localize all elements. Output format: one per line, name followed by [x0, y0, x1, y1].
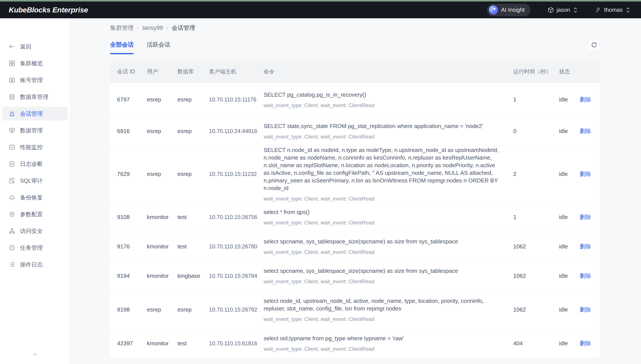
- sidebar-item-cluster-overview[interactable]: 集群概览: [2, 56, 68, 70]
- delete-link[interactable]: 删除: [580, 243, 591, 250]
- cell-client-host: 10.70.110.15:26784: [204, 261, 258, 290]
- gear-icon: [9, 211, 15, 218]
- header-runtime-seconds: 运行时间（秒）: [508, 60, 554, 83]
- breadcrumb-separator: ›: [137, 25, 139, 31]
- tab-all-sessions[interactable]: 全部会话: [110, 41, 134, 54]
- breadcrumb-cluster-name[interactable]: tansy99: [142, 24, 163, 31]
- sidebar-item-label: 操作日志: [20, 261, 43, 268]
- cell-actions: 删除: [574, 291, 599, 328]
- header-session-id: 会话 ID: [110, 60, 142, 83]
- cell-state: idle: [554, 261, 574, 290]
- backup-cloud-icon: [9, 194, 15, 201]
- sidebar-item-oplog-list[interactable]: 操作日志: [2, 258, 68, 272]
- delete-link[interactable]: 删除: [580, 306, 591, 314]
- cell-user: kmonitor: [142, 232, 172, 261]
- cell-actions: 删除: [574, 116, 599, 146]
- cell-user: kmonitor: [142, 329, 172, 358]
- delete-link[interactable]: 删除: [580, 213, 591, 221]
- sidebar-item-label: 访问安全: [20, 227, 43, 235]
- cell-user: esrep: [142, 291, 172, 328]
- log-doc-icon: [9, 161, 15, 167]
- cell-runtime-seconds: 1062: [508, 232, 554, 261]
- sidebar-item-log-doc[interactable]: 日志诊断: [2, 157, 68, 171]
- table-row: 7629esrepesrep10.70.110.15:11232SELECT n…: [110, 146, 599, 202]
- delete-link[interactable]: 删除: [580, 272, 591, 280]
- sidebar-item-account[interactable]: 账号管理: [2, 73, 68, 87]
- cell-actions: 删除: [574, 329, 599, 358]
- delete-link[interactable]: 删除: [580, 127, 591, 135]
- table-row: 6916esrepesrep10.70.110.24:44916SELECT s…: [110, 116, 599, 146]
- command-sql-text: select spcname, sys_tablespace_size(spcn…: [264, 267, 458, 275]
- ai-insight-button[interactable]: ✦✦ AI Insight: [487, 4, 530, 16]
- database-icon: [9, 94, 15, 100]
- sidebar-item-sql-audit[interactable]: SQL审计: [2, 174, 68, 188]
- command-wait-event-text: wait_event_type: Client, wait_event: Cli…: [264, 249, 374, 255]
- refresh-button[interactable]: [589, 40, 599, 51]
- delete-link[interactable]: 删除: [580, 96, 591, 104]
- cell-command: select node_id, upstream_node_id, active…: [258, 291, 508, 328]
- cell-state: idle: [554, 291, 574, 328]
- cell-command: select * from qps()wait_event_type: Clie…: [258, 202, 508, 232]
- delete-link[interactable]: 删除: [580, 340, 591, 347]
- cell-actions: 删除: [574, 232, 599, 261]
- workspace-name: jason: [557, 6, 570, 13]
- sql-audit-icon: [9, 178, 15, 184]
- command-sql-text: select oid,typname from pg_type where ty…: [264, 334, 403, 342]
- tab-active-sessions[interactable]: 活跃会话: [147, 41, 170, 54]
- cell-state: idle: [554, 232, 574, 261]
- ai-insight-label: AI Insight: [501, 6, 525, 13]
- sidebar-item-label: 备份恢复: [20, 194, 43, 202]
- table-row: 9108kmonitortest10.70.110.15:26756select…: [110, 202, 599, 232]
- command-sql-text: SELECT n.node_id as nodeId, n.type as no…: [264, 146, 502, 192]
- topbar: KubeBlocks Enterprise ✦✦ AI Insight jaso…: [0, 2, 641, 18]
- cell-command: select oid,typname from pg_type where ty…: [258, 329, 508, 358]
- sidebar-item-perf-chart[interactable]: 性能监控: [2, 140, 68, 154]
- cell-user: kmonitor: [142, 261, 172, 290]
- breadcrumb: 集群管理 › tansy99 › 会话管理: [110, 18, 599, 32]
- chevron-updown-icon: [573, 7, 578, 13]
- command-wait-event-text: wait_event_type: Client, wait_event: Cli…: [264, 316, 374, 322]
- cell-session-id: 9194: [110, 261, 142, 290]
- user-menu[interactable]: thomas: [595, 6, 630, 13]
- table-header-row: 会话 ID 用户 数据库 客户端主机 命令 运行时间（秒） 状态: [110, 60, 599, 83]
- chevron-updown-icon: [625, 7, 630, 13]
- cell-session-id: 42397: [110, 329, 142, 358]
- sidebar-item-label: 性能监控: [20, 144, 43, 151]
- workspace-menu[interactable]: jason: [547, 6, 578, 13]
- cell-runtime-seconds: 404: [508, 329, 554, 358]
- top-accent-strip: [0, 0, 641, 2]
- cell-client-host: 10.70.110.15:11232: [204, 146, 258, 202]
- sidebar-item-gear[interactable]: 参数配置: [2, 207, 68, 221]
- delete-link[interactable]: 删除: [580, 170, 591, 178]
- sidebar-item-clock[interactable]: 任务管理: [2, 241, 68, 255]
- command-wait-event-text: wait_event_type: Client, wait_event: Cli…: [264, 134, 374, 140]
- sidebar-item-database[interactable]: 数据库管理: [2, 90, 68, 104]
- cell-state: idle: [554, 146, 574, 202]
- cell-user: esrep: [142, 83, 172, 116]
- sidebar-item-data-sql[interactable]: SQL数据管理: [2, 124, 68, 137]
- sidebar-item-session[interactable]: 会话管理: [2, 107, 68, 120]
- ai-sparkle-icon: ✦✦: [489, 6, 498, 14]
- sidebar: 返回集群概览账号管理数据库管理会话管理SQL数据管理性能监控日志诊断SQL审计备…: [0, 18, 70, 364]
- sidebar-item-arrow-left[interactable]: 返回: [2, 40, 68, 54]
- sessions-table: 会话 ID 用户 数据库 客户端主机 命令 运行时间（秒） 状态 6797esr…: [110, 60, 599, 358]
- command-sql-text: select spcname, sys_tablespace_size(spcn…: [264, 238, 458, 245]
- cell-database: test: [172, 202, 204, 232]
- cell-session-id: 6916: [110, 116, 142, 146]
- cell-state: idle: [554, 116, 574, 146]
- command-wait-event-text: wait_event_type: Client, wait_event: Cli…: [264, 102, 374, 108]
- command-sql-text: select * from qps(): [264, 208, 310, 216]
- cell-session-id: 9198: [110, 291, 142, 328]
- sidebar-item-backup-cloud[interactable]: 备份恢复: [2, 190, 68, 204]
- sidebar-item-label: 会话管理: [20, 110, 43, 118]
- sidebar-item-label: 集群概览: [20, 60, 43, 67]
- cell-client-host: 10.70.110.15:26756: [204, 202, 258, 232]
- perf-chart-icon: [9, 144, 15, 150]
- breadcrumb-cluster-management[interactable]: 集群管理: [110, 24, 134, 32]
- cell-database: esrep: [172, 83, 204, 116]
- sidebar-item-access-tree[interactable]: 访问安全: [2, 224, 68, 238]
- sidebar-collapse-icon[interactable]: «: [0, 350, 70, 358]
- cell-command: select spcname, sys_tablespace_size(spcn…: [258, 232, 508, 261]
- cell-runtime-seconds: 1: [508, 202, 554, 232]
- cube-icon: [547, 7, 554, 13]
